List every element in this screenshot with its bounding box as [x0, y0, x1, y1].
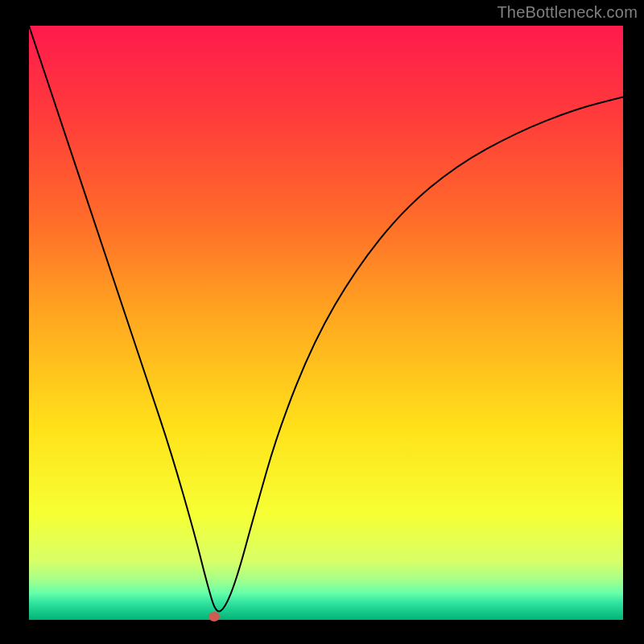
optimum-marker	[208, 612, 220, 621]
watermark-text: TheBottleneck.com	[497, 3, 638, 22]
plot-frame	[29, 26, 623, 620]
chart-stage: TheBottleneck.com	[0, 0, 644, 644]
heatmap-gradient-background	[29, 26, 623, 620]
